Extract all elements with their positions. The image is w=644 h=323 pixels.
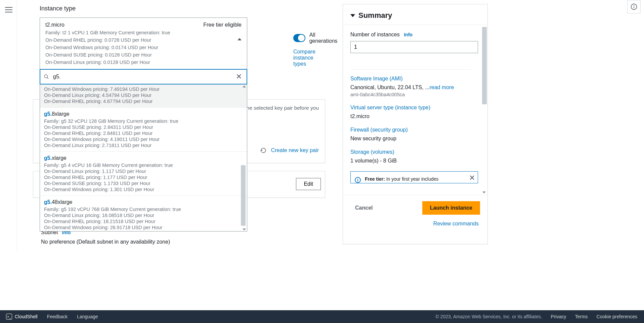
info-icon: i — [355, 177, 361, 183]
price-line: On-Demand RHEL pricing: 2.84811 USD per … — [44, 131, 243, 136]
read-more-link[interactable]: read more — [429, 84, 454, 90]
price-line: On-Demand Windows pricing: 0.0174 USD pe… — [45, 45, 242, 50]
language-link[interactable]: Language — [77, 314, 98, 319]
cloudshell-button[interactable]: >_ CloudShell — [6, 314, 38, 320]
compare-instance-types-link[interactable]: Compare instance types — [293, 49, 325, 67]
num-instances-info-link[interactable]: Info — [404, 32, 413, 37]
instance-option[interactable]: On-Demand Windows pricing: 7.49194 USD p… — [40, 84, 247, 107]
price-line: On-Demand Linux pricing: 1.117 USD per H… — [44, 169, 243, 174]
summary-panel: Summary Number of instances Info Softwar… — [343, 4, 488, 244]
free-tier-title: Free tier: — [365, 176, 385, 182]
storage-label[interactable]: Storage (volumes) — [350, 149, 480, 155]
price-line: On-Demand RHEL pricing: 0.0728 USD per H… — [45, 37, 242, 43]
all-generations-toggle[interactable] — [293, 34, 305, 42]
firewall-value: New security group — [350, 136, 480, 142]
price-line: On-Demand SUSE pricing: 1.1733 USD per H… — [44, 181, 243, 186]
summary-title: Summary — [358, 11, 392, 20]
scroll-down-icon[interactable] — [482, 191, 486, 193]
price-line: On-Demand Linux pricing: 2.71811 USD per… — [44, 143, 243, 148]
ami-label[interactable]: Software Image (AMI) — [350, 76, 480, 82]
dropdown-scrollbar[interactable] — [242, 84, 246, 231]
free-tier-badge: Free tier eligible — [203, 22, 242, 28]
option-title: g5.xlarge — [44, 155, 243, 161]
instance-option[interactable]: g5.8xlarge Family: g5 32 vCPU 128 GiB Me… — [40, 107, 247, 151]
price-line: On-Demand SUSE pricing: 0.0128 USD per H… — [45, 52, 242, 58]
cloudshell-icon: >_ — [6, 314, 12, 320]
section-title: Instance type — [40, 5, 318, 12]
option-title: g5.48xlarge — [44, 199, 243, 205]
price-line: On-Demand RHEL pricing: 4.67794 USD per … — [44, 99, 243, 104]
firewall-label[interactable]: Firewall (security group) — [350, 127, 480, 133]
price-line: On-Demand RHEL pricing: 18.21518 USD per… — [44, 219, 243, 224]
scroll-up-icon[interactable] — [243, 85, 246, 87]
cancel-button[interactable]: Cancel — [350, 202, 377, 214]
svg-point-3 — [44, 75, 47, 78]
num-instances-input[interactable] — [350, 41, 478, 53]
divider — [17, 0, 17, 251]
instance-search-input[interactable] — [52, 73, 234, 80]
info-panel-toggle[interactable] — [627, 0, 641, 13]
hamburger-menu-icon[interactable] — [5, 7, 12, 12]
option-meta: Family: g5 192 vCPU 768 GiB Memory Curre… — [44, 207, 243, 212]
instance-option[interactable]: g5.xlarge Family: g5 4 vCPU 16 GiB Memor… — [40, 151, 247, 195]
storage-value: 1 volume(s) - 8 GiB — [350, 158, 480, 164]
clear-search-icon[interactable]: ✕ — [234, 72, 243, 81]
instance-option[interactable]: g5.48xlarge Family: g5 192 vCPU 768 GiB … — [40, 195, 247, 231]
scroll-thumb[interactable] — [241, 165, 246, 226]
instance-type-selector[interactable]: t2.micro Free tier eligible Family: t2 1… — [40, 17, 247, 69]
price-line: On-Demand Linux pricing: 4.54794 USD per… — [44, 93, 243, 98]
ami-text: Canonical, Ubuntu, 22.04 LTS, ... — [350, 84, 429, 90]
feedback-link[interactable]: Feedback — [47, 314, 68, 319]
cookie-preferences-link[interactable]: Cookie preferences — [597, 314, 637, 319]
cloudshell-label: CloudShell — [15, 314, 38, 319]
chevron-up-icon[interactable] — [238, 38, 242, 40]
divider — [350, 69, 471, 70]
price-line: On-Demand SUSE pricing: 2.84311 USD per … — [44, 124, 243, 130]
summary-header[interactable]: Summary — [343, 4, 487, 25]
option-meta: Family: g5 4 vCPU 16 GiB Memory Current … — [44, 163, 243, 168]
instance-type-dropdown: On-Demand Windows pricing: 7.49194 USD p… — [40, 84, 247, 231]
svg-line-4 — [47, 77, 48, 79]
info-icon — [631, 3, 637, 10]
price-line: On-Demand Windows pricing: 4.19011 USD p… — [44, 137, 243, 142]
selected-instance-meta: Family: t2 1 vCPU 1 GiB Memory Current g… — [45, 30, 242, 35]
price-line: On-Demand Linux pricing: 0.0128 USD per … — [45, 60, 242, 65]
price-line: On-Demand RHEL pricing: 1.177 USD per Ho… — [44, 175, 243, 180]
svg-point-2 — [634, 5, 634, 6]
server-type-value: t2.micro — [350, 113, 480, 119]
free-tier-text: In your first year includes — [386, 176, 439, 182]
option-meta: Family: g5 32 vCPU 128 GiB Memory Curren… — [44, 118, 243, 124]
caret-down-icon — [350, 14, 355, 17]
instance-type-section: Instance type t2.micro Free tier eligibl… — [33, 0, 325, 238]
all-generations-label: All generations — [309, 32, 340, 44]
copyright-text: © 2023, Amazon Web Services, Inc. or its… — [435, 314, 542, 319]
review-commands-link[interactable]: Review commands — [350, 221, 480, 227]
footer-bar: >_ CloudShell Feedback Language © 2023, … — [0, 310, 644, 323]
option-title: g5.8xlarge — [44, 111, 243, 117]
privacy-link[interactable]: Privacy — [551, 314, 566, 319]
server-type-label[interactable]: Virtual server type (instance type) — [350, 105, 480, 111]
launch-instance-button[interactable]: Launch instance — [422, 201, 480, 215]
num-instances-label: Number of instances — [350, 32, 400, 37]
price-line: On-Demand Windows pricing: 26.91718 USD … — [44, 225, 243, 230]
scroll-down-icon[interactable] — [243, 228, 246, 230]
scroll-thumb[interactable] — [482, 27, 487, 104]
close-icon[interactable]: ✕ — [469, 174, 475, 182]
ami-id: ami-0abc4c35ba4c005ca — [350, 92, 480, 97]
instance-search-row[interactable]: ✕ — [40, 69, 247, 84]
search-icon — [44, 74, 49, 79]
price-line: On-Demand Linux pricing: 18.08518 USD pe… — [44, 213, 243, 218]
terms-link[interactable]: Terms — [575, 314, 588, 319]
price-line: On-Demand Windows pricing: 7.49194 USD p… — [44, 86, 243, 92]
free-tier-alert: i Free tier: In your first year includes… — [350, 171, 478, 183]
selected-instance-name: t2.micro — [45, 22, 65, 28]
price-line: On-Demand Windows pricing: 1.301 USD per… — [44, 187, 243, 192]
